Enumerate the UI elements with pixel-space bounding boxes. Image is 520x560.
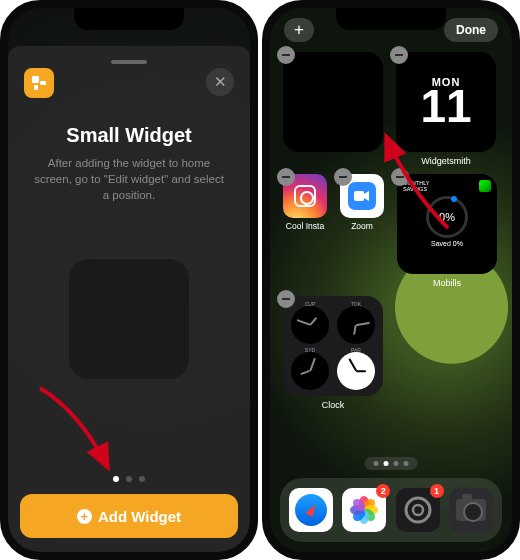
notch — [336, 8, 446, 30]
dock-app-settings[interactable]: 1 — [396, 488, 440, 532]
widget-add-sheet: ✕ Small Widget After adding the widget t… — [8, 46, 250, 552]
clock-face: SYD — [289, 348, 331, 390]
sheet-grip[interactable] — [111, 60, 147, 64]
mobills-header: MONTHLY SAVINGS — [403, 180, 443, 192]
sheet-title: Small Widget — [66, 124, 191, 147]
close-button[interactable]: ✕ — [206, 68, 234, 96]
calendar-date: 11 — [420, 86, 471, 127]
widget-label: Clock — [283, 400, 383, 410]
clock-face: TOK — [335, 302, 377, 344]
svg-point-5 — [413, 505, 423, 515]
svg-rect-3 — [354, 191, 364, 201]
mobills-logo-icon — [479, 180, 491, 192]
svg-rect-2 — [34, 85, 38, 90]
phone-right: + Done MON 11 Widgetsmith Cool Inst — [262, 0, 520, 560]
remove-widget-button[interactable] — [277, 290, 295, 308]
remove-widget-button[interactable] — [390, 46, 408, 64]
dock-app-photos[interactable]: 2 — [342, 488, 386, 532]
widget-preview[interactable] — [69, 259, 189, 379]
remove-widget-button[interactable] — [277, 46, 295, 64]
widget-calendar[interactable]: MON 11 Widgetsmith — [396, 52, 496, 166]
widget-mobills[interactable]: MONTHLY SAVINGS 0% Saved 0% Mobills — [397, 174, 497, 288]
dock-app-camera[interactable] — [449, 488, 493, 532]
sheet-subtitle: After adding the widget to home screen, … — [22, 155, 236, 203]
svg-rect-0 — [32, 76, 39, 83]
notification-badge: 2 — [376, 484, 390, 498]
add-widget-button[interactable]: + Add Widget — [20, 494, 238, 538]
remove-app-button[interactable] — [334, 168, 352, 186]
plus-circle-icon: + — [77, 509, 92, 524]
add-widget-label: Add Widget — [98, 508, 181, 525]
dock-app-safari[interactable] — [289, 488, 333, 532]
home-screen-grid: MON 11 Widgetsmith Cool Insta Zoom — [283, 52, 499, 418]
page-indicator[interactable] — [113, 476, 145, 482]
notification-badge: 1 — [430, 484, 444, 498]
app-zoom[interactable]: Zoom — [340, 174, 384, 231]
notch — [74, 8, 184, 30]
widgetsmith-app-icon — [24, 68, 54, 98]
plus-icon: + — [294, 20, 304, 40]
svg-rect-1 — [40, 81, 46, 85]
svg-point-4 — [406, 498, 430, 522]
page-indicator[interactable] — [365, 457, 418, 470]
done-button[interactable]: Done — [444, 18, 498, 42]
app-cool-insta[interactable]: Cool Insta — [283, 174, 327, 231]
widget-clock[interactable]: CUPTOKSYDPAR Clock — [283, 296, 383, 410]
savings-ring: 0% — [426, 196, 468, 238]
clock-face: CUP — [289, 302, 331, 344]
dock: 2 1 — [280, 478, 502, 542]
camera-icon — [449, 488, 493, 532]
remove-app-button[interactable] — [277, 168, 295, 186]
widget-label: Mobills — [397, 278, 497, 288]
widget-blank[interactable] — [283, 52, 383, 156]
add-widget-plus-button[interactable]: + — [284, 18, 314, 42]
safari-icon — [289, 488, 333, 532]
widget-label: Widgetsmith — [396, 156, 496, 166]
close-icon: ✕ — [214, 73, 227, 91]
clock-face: PAR — [335, 348, 377, 390]
savings-caption: Saved 0% — [403, 240, 491, 247]
phone-left: ✕ Small Widget After adding the widget t… — [0, 0, 258, 560]
remove-widget-button[interactable] — [391, 168, 409, 186]
